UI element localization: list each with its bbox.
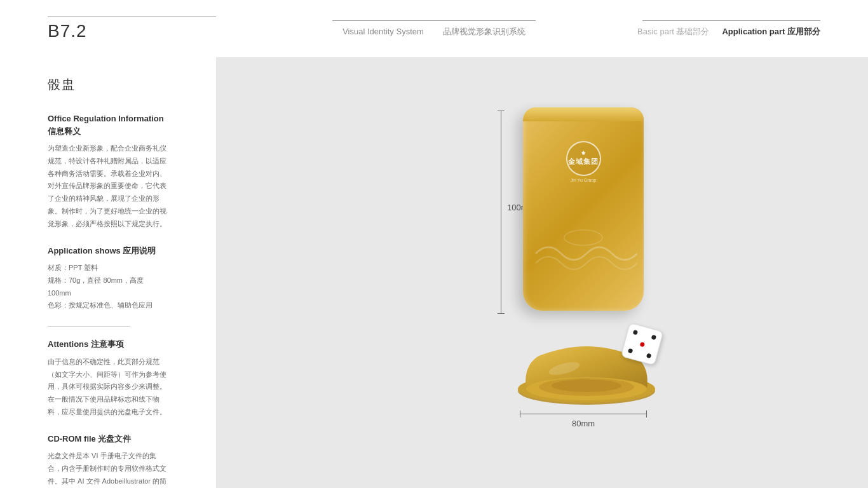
header-line <box>48 17 216 17</box>
header: B7.2 Visual Identity System 品牌视觉形象识别系统 B… <box>0 0 868 57</box>
section-cdrom-heading: CD-ROM file 光盘文件 <box>48 433 168 445</box>
right-panel: 100mm ⚜ 金域集团 Jin Yu Gruop <box>216 57 868 488</box>
cup-body: ⚜ 金域集团 Jin Yu Gruop <box>523 107 644 311</box>
cup-body-wrapper: ⚜ 金域集团 Jin Yu Gruop <box>523 107 644 311</box>
dot-2 <box>651 335 657 341</box>
section-info-heading: Office Regulation Information 信息释义 <box>48 112 168 137</box>
header-right-line <box>642 20 820 21</box>
svg-point-0 <box>564 230 602 245</box>
svg-point-5 <box>552 379 621 392</box>
height-measurement: 100mm <box>501 111 501 314</box>
page-number: B7.2 <box>48 21 264 41</box>
brand-cn-label: 品牌视觉形象识别系统 <box>443 26 526 37</box>
dot-1 <box>633 330 639 336</box>
section-app-heading: Application shows 应用说明 <box>48 245 168 257</box>
section-cdrom: CD-ROM file 光盘文件 光盘文件是本 VI 手册电子文件的集合，内含手… <box>48 433 168 488</box>
logo-circle: ⚜ 金域集团 <box>566 141 601 176</box>
header-left: B7.2 <box>48 17 264 41</box>
cup-wave <box>529 228 637 279</box>
divider <box>48 326 130 327</box>
cup-top-rim <box>523 107 644 121</box>
left-panel: 骰盅 Office Regulation Information 信息释义 为塑… <box>0 57 216 488</box>
width-line <box>520 414 647 414</box>
cup-logo-area: ⚜ 金域集团 Jin Yu Gruop <box>555 139 612 184</box>
section-app-text3: 色彩：按规定标准色、辅助色应用 <box>48 299 168 312</box>
section-app: Application shows 应用说明 材质：PPT 塑料 规格：70g，… <box>48 245 168 313</box>
section-attention-text: 由于信息的不确定性，此页部分规范（如文字大小、间距等）可作为参考使用，具体可根据… <box>48 356 168 419</box>
logo-cn: 金域集团 <box>568 157 599 166</box>
section-attention: Attentions 注意事项 由于信息的不确定性，此页部分规范（如文字大小、间… <box>48 338 168 418</box>
main-content: 骰盅 Office Regulation Information 信息释义 为塑… <box>0 57 868 488</box>
dice-wrapper <box>625 327 660 362</box>
header-right-nav: Basic part 基础部分 Application part 应用部分 <box>637 26 820 37</box>
illustration: 100mm ⚜ 金域集团 Jin Yu Gruop <box>383 88 701 457</box>
vi-system-label: Visual Identity System <box>342 27 424 36</box>
dice <box>621 323 663 365</box>
main-title: 骰盅 <box>48 76 168 93</box>
section-info-text: 为塑造企业新形象，配合企业商务礼仪规范，特设计各种礼赠附属品，以适应各种商务活动… <box>48 142 168 231</box>
section-attention-heading: Attentions 注意事项 <box>48 338 168 351</box>
height-line: 100mm <box>501 111 501 314</box>
basic-part-label: Basic part 基础部分 <box>637 26 709 37</box>
header-right: Basic part 基础部分 Application part 应用部分 <box>604 20 820 37</box>
header-center-content: Visual Identity System 品牌视觉形象识别系统 <box>342 26 526 37</box>
section-info: Office Regulation Information 信息释义 为塑造企业… <box>48 112 168 231</box>
section-app-text1: 材质：PPT 塑料 <box>48 262 168 274</box>
dot-5 <box>646 353 652 359</box>
header-center: Visual Identity System 品牌视觉形象识别系统 <box>264 20 604 37</box>
dot-center-red <box>639 341 645 347</box>
logo-symbol: ⚜ <box>568 150 599 158</box>
logo-en: Jin Yu Gruop <box>571 178 596 182</box>
section-cdrom-text: 光盘文件是本 VI 手册电子文件的集合，内含手册制作时的专用软件格式文件。其中 … <box>48 450 168 488</box>
dot-4 <box>628 348 634 354</box>
width-label: 80mm <box>572 419 595 428</box>
width-measurement: 80mm <box>520 414 647 428</box>
section-app-text2: 规格：70g，直径 80mm，高度 100mm <box>48 274 168 300</box>
header-center-line <box>332 20 536 21</box>
app-part-label: Application part 应用部分 <box>722 26 820 37</box>
